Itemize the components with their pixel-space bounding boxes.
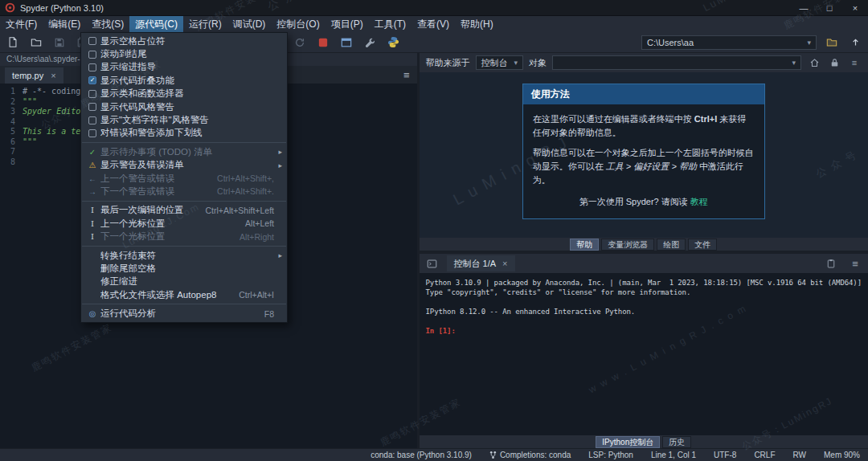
menubar-item-10[interactable]: 帮助(H) — [455, 16, 499, 32]
menu-item-previous-warning[interactable]: ←上一个警告或错误Ctrl+Alt+Shift+, — [81, 172, 287, 185]
tab-close-icon[interactable]: × — [51, 71, 55, 80]
menu-item-todo-list[interactable]: ✓显示待办事项 (TODO) 清单▸ — [81, 145, 287, 158]
menu-item-label: 滚动到结尾 — [100, 48, 274, 60]
working-directory-combobox[interactable]: C:\Users\aa ▾ — [641, 35, 817, 50]
console-prompt[interactable]: In [1]: — [426, 327, 456, 335]
console-prompt-line: In [1]: — [426, 326, 862, 336]
open-file-button[interactable] — [28, 35, 44, 51]
minimize-button[interactable]: — — [791, 0, 817, 15]
help-panel-tab[interactable]: 帮助 — [570, 239, 599, 251]
menubar-item-2[interactable]: 查找(S) — [86, 16, 129, 32]
console-options-menu-icon[interactable]: ≡ — [848, 258, 862, 270]
menu-item-scroll-past-end[interactable]: 滚动到结尾 — [81, 47, 287, 60]
maximize-pane-button[interactable] — [338, 35, 354, 51]
menu-item-label: 转换行结束符 — [100, 250, 274, 262]
menu-item-format-autopep8[interactable]: 格式化文件或选择 Autopep8Ctrl+Alt+I — [81, 288, 287, 301]
tab-close-icon[interactable]: × — [502, 259, 507, 268]
window-title: Spyder (Python 3.10) — [20, 3, 104, 13]
menu-item-previous-cursor-position[interactable]: I上一个光标位置Alt+Left — [81, 217, 287, 230]
menu-item-show-code-folding[interactable]: ✓显示代码折叠功能 — [81, 74, 287, 87]
menu-item-shortcut: F8 — [264, 309, 274, 319]
menu-item-show-class-function-selector[interactable]: 显示类和函数选择器 — [81, 88, 287, 100]
menubar-item-1[interactable]: 编辑(E) — [43, 16, 86, 32]
lock-button[interactable] — [827, 58, 841, 67]
line-number: 7 — [0, 147, 23, 157]
menu-item-fix-indentation[interactable]: 修正缩进 — [81, 275, 287, 288]
tutorial-link[interactable]: 教程 — [690, 197, 708, 206]
help-source-combobox[interactable]: 控制台 ▾ — [476, 55, 524, 70]
menubar-item-9[interactable]: 查看(V) — [411, 16, 455, 32]
menubar-item-0[interactable]: 文件(F) — [0, 16, 43, 32]
menubar-item-8[interactable]: 工具(T) — [369, 16, 411, 32]
memory-status: Mem 90% — [824, 451, 860, 459]
help-panel-tab[interactable]: 文件 — [688, 239, 717, 251]
console-bottom-tabs: IPython控制台历史 — [420, 435, 868, 448]
menu-item-show-indent-guides[interactable]: 显示缩进指导 — [81, 61, 287, 74]
titlebar: Spyder (Python 3.10) — □ × — [0, 0, 868, 16]
help-panel-tab[interactable]: 变量浏览器 — [601, 239, 654, 251]
home-button[interactable] — [807, 58, 821, 67]
console-output[interactable]: Python 3.10.9 | packaged by Anaconda, In… — [420, 273, 868, 435]
menu-item-convert-end-of-line[interactable]: 转换行结束符▸ — [81, 249, 287, 262]
line-number: 4 — [0, 117, 23, 128]
tools-wrench-button[interactable] — [362, 35, 378, 51]
checkbox-icon — [84, 51, 100, 59]
cursor-position-status: Line 1, Col 1 — [651, 451, 696, 459]
console-tabbar: 控制台 1/A × ≡ — [420, 254, 868, 273]
menu-item-underline-errors-warnings[interactable]: 对错误和警告添加下划线 — [81, 127, 287, 140]
help-content: 使用方法 在这里你可以通过在编辑器或者终端中按 Ctrl+I 来获得任何对象的帮… — [420, 72, 868, 238]
parent-directory-button[interactable] — [847, 35, 863, 51]
menu-item-warnings-errors-list[interactable]: ⚠显示警告及错误清单▸ — [81, 159, 287, 172]
lsp-status[interactable]: LSP: Python — [588, 451, 633, 459]
conda-env-status[interactable]: conda: base (Python 3.10.9) — [371, 451, 472, 459]
console-output-line: Python 3.10.9 | packaged by Anaconda, In… — [426, 278, 862, 288]
stop-button[interactable] — [315, 35, 331, 51]
editor-options-menu-icon[interactable]: ≡ — [396, 69, 417, 84]
object-combobox[interactable]: ▾ — [552, 55, 801, 70]
menubar-item-3[interactable]: 源代码(C) — [129, 16, 183, 32]
copy-icon[interactable] — [824, 259, 838, 269]
save-file-button[interactable] — [51, 35, 68, 51]
console-panel-tab[interactable]: 历史 — [662, 436, 691, 448]
help-source-value: 控制台 — [481, 57, 508, 69]
menubar-item-6[interactable]: 控制台(O) — [271, 16, 325, 32]
close-button[interactable]: × — [842, 0, 868, 15]
console-output-line: IPython 8.12.0 -- An enhanced Interactiv… — [426, 307, 862, 316]
editor-tab-temp-py[interactable]: temp.py × — [5, 67, 63, 84]
checkbox-box — [88, 63, 96, 71]
encoding-status: UTF-8 — [714, 451, 736, 459]
completions-status[interactable]: Completions: conda — [489, 451, 571, 459]
new-file-button[interactable] — [5, 35, 21, 51]
menu-item-remove-trailing-spaces[interactable]: 删除尾部空格 — [81, 262, 287, 275]
menu-item-label: 格式化文件或选择 Autopep8 — [100, 289, 229, 301]
menubar-item-5[interactable]: 调试(D) — [227, 16, 272, 32]
python-path-button[interactable] — [385, 35, 401, 51]
ctrl-i-shortcut: Ctrl+I — [694, 114, 717, 124]
menu-item-label: 显示警告及错误清单 — [100, 159, 274, 171]
menu-item-next-warning[interactable]: →下一个警告或错误Ctrl+Alt+Shift+. — [81, 185, 287, 198]
menu-item-show-docstring-warnings[interactable]: 显示"文档字符串"风格警告 — [81, 113, 287, 126]
console-panel-tab[interactable]: IPython控制台 — [596, 436, 660, 448]
console-tab[interactable]: 控制台 1/A × — [447, 255, 515, 271]
menu-item-show-blank-spaces[interactable]: 显示空格占位符 — [81, 35, 287, 47]
help-source-label: 帮助来源于 — [426, 57, 470, 69]
menu-item-show-code-style-warnings[interactable]: 显示代码风格警告 — [81, 100, 287, 113]
restart-kernel-button[interactable] — [292, 35, 308, 51]
help-options-menu-icon[interactable]: ≡ — [847, 58, 862, 67]
submenu-arrow-icon: ▸ — [274, 148, 282, 156]
menubar-item-7[interactable]: 项目(P) — [326, 16, 369, 32]
checkbox-box — [88, 129, 96, 137]
menu-item-label: 显示代码风格警告 — [100, 101, 274, 113]
browse-directory-button[interactable] — [824, 35, 840, 51]
branch-icon — [489, 451, 497, 459]
usage-title: 使用方法 — [523, 84, 764, 104]
maximize-button[interactable]: □ — [817, 0, 842, 15]
working-directory-value: C:\Users\aa — [647, 38, 694, 47]
menu-item-last-edit-location[interactable]: I最后一次编辑的位置Ctrl+Alt+Shift+Left — [81, 204, 287, 217]
menu-item-next-cursor-position[interactable]: I下一个光标位置Alt+Right — [81, 230, 287, 243]
menu-item-run-code-analysis[interactable]: ◎运行代码分析F8 — [81, 307, 287, 320]
usage-box: 使用方法 在这里你可以通过在编辑器或者终端中按 Ctrl+I 来获得任何对象的帮… — [522, 84, 765, 219]
menubar-item-4[interactable]: 运行(R) — [183, 16, 227, 32]
line-number: 2 — [0, 97, 23, 108]
help-panel-tab[interactable]: 绘图 — [657, 239, 686, 251]
